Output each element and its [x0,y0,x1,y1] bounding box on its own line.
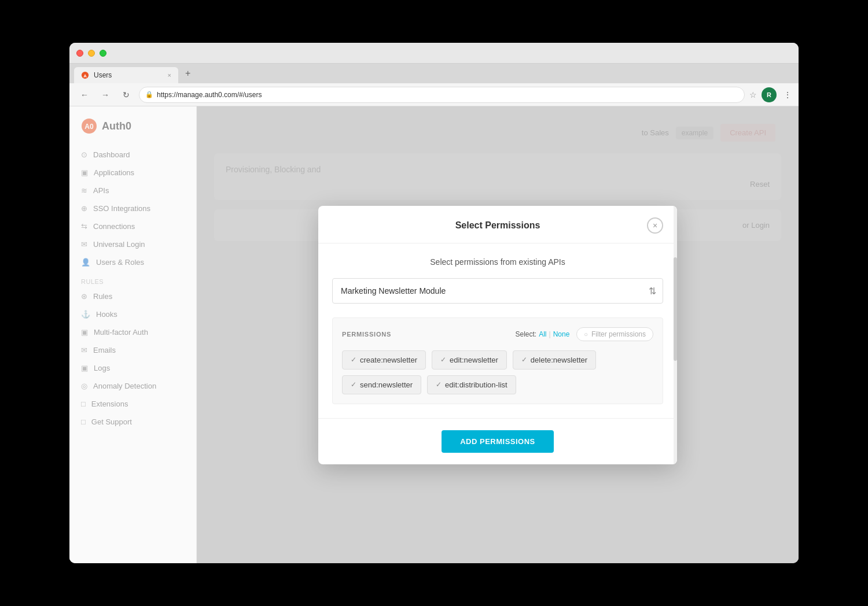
modal-header: Select Permissions × [318,206,677,243]
sidebar-label-apis: APIs [93,186,109,195]
sidebar-item-rules[interactable]: ⊛ Rules [69,287,196,305]
rules-icon: ⊛ [81,292,87,301]
modal-overlay: Select Permissions × Select permissions … [197,106,799,563]
users-roles-icon: 👤 [81,258,90,267]
sidebar-item-universal-login[interactable]: ✉ Universal Login [69,235,196,253]
bookmark-button[interactable]: ☆ [749,90,757,99]
select-none-link[interactable]: None [553,330,570,338]
browser-titlebar [69,43,799,64]
check-icon-create: ✓ [351,356,356,364]
sidebar: A0 Auth0 ⊙ Dashboard ▣ Applications ≋ AP… [69,106,197,563]
permission-chip-create-newsletter[interactable]: ✓ create:newsletter [342,350,426,369]
scrollbar-thumb [674,257,677,361]
sidebar-label-support: Get Support [91,417,132,426]
maximize-traffic-light[interactable] [100,50,106,57]
permission-chip-edit-newsletter[interactable]: ✓ edit:newsletter [432,350,507,369]
sidebar-item-support[interactable]: □ Get Support [69,413,196,431]
modal-title: Select Permissions [348,220,647,231]
dashboard-icon: ⊙ [81,150,87,159]
emails-icon: ✉ [81,346,87,354]
select-text: Select: [515,330,536,338]
sidebar-item-mfa[interactable]: ▣ Multi-factor Auth [69,323,196,341]
connections-icon: ⇆ [81,222,87,231]
check-icon-edit: ✓ [440,356,446,364]
new-tab-button[interactable]: + [181,65,195,82]
mfa-icon: ▣ [81,328,88,337]
permission-label-edit-distribution: edit:distribution-list [445,380,507,389]
permission-chip-delete-newsletter[interactable]: ✓ delete:newsletter [513,350,596,369]
modal-body: Select permissions from existing APIs Ma… [318,243,677,418]
sidebar-item-sso[interactable]: ⊕ SSO Integrations [69,199,196,217]
api-select[interactable]: Marketing Newsletter Module [332,278,663,304]
permission-label-create-newsletter: create:newsletter [360,356,417,364]
sidebar-label-rules: Rules [93,292,112,301]
browser-tab-users[interactable]: A Users × [74,67,178,83]
check-icon-send: ✓ [351,380,356,389]
minimize-traffic-light[interactable] [88,50,95,57]
main-content: to Sales example Create API Provisioning… [197,106,799,563]
sidebar-brand-name: Auth0 [102,120,131,132]
add-permissions-button[interactable]: ADD PERMISSIONS [442,430,554,453]
sidebar-item-emails[interactable]: ✉ Emails [69,341,196,359]
permissions-label: PERMISSIONS [342,331,515,338]
close-traffic-light[interactable] [76,50,83,57]
sidebar-item-connections[interactable]: ⇆ Connections [69,217,196,235]
permission-chip-edit-distribution[interactable]: ✓ edit:distribution-list [427,375,516,394]
browser-menu-button[interactable]: ⋮ [784,90,792,99]
auth0-favicon: A [81,71,89,79]
sidebar-item-dashboard[interactable]: ⊙ Dashboard [69,146,196,164]
sidebar-label-anomaly: Anomaly Detection [93,382,156,390]
svg-text:A0: A0 [84,123,94,131]
permissions-grid: ✓ create:newsletter ✓ edit:newsletter ✓ … [342,350,653,394]
sidebar-label-connections: Connections [93,222,135,231]
modal-subtitle: Select permissions from existing APIs [332,257,663,267]
extensions-icon: □ [81,400,86,408]
api-selector-wrapper: Marketing Newsletter Module ⇅ [332,278,663,304]
sidebar-item-apis[interactable]: ≋ APIs [69,182,196,199]
hooks-icon: ⚓ [81,310,90,319]
select-all-link[interactable]: All [539,330,546,338]
auth0-logo-icon: A0 [81,118,97,134]
anomaly-icon: ◎ [81,382,87,390]
sidebar-item-logs[interactable]: ▣ Logs [69,359,196,377]
filter-permissions-input[interactable]: ○ Filter permissions [576,327,653,341]
sidebar-item-anomaly[interactable]: ◎ Anomaly Detection [69,377,196,395]
svg-text:A: A [83,73,87,79]
browser-tab-bar: A Users × + [69,64,799,83]
profile-button[interactable]: R [762,87,777,102]
sidebar-item-users-roles[interactable]: 👤 Users & Roles [69,253,196,271]
sidebar-label-extensions: Extensions [91,400,128,408]
address-bar[interactable]: 🔒 https://manage.auth0.com/#/users [139,87,745,103]
tab-title: Users [94,71,112,79]
sidebar-label-universal-login: Universal Login [93,240,145,249]
sidebar-label-users-roles: Users & Roles [96,258,144,267]
url-text: https://manage.auth0.com/#/users [157,91,738,99]
permissions-header: PERMISSIONS Select: All | None ○ Filter … [342,327,653,341]
check-icon-distribution: ✓ [436,380,442,389]
select-permissions-modal: Select Permissions × Select permissions … [318,206,677,464]
sidebar-item-extensions[interactable]: □ Extensions [69,395,196,413]
sidebar-item-applications[interactable]: ▣ Applications [69,164,196,182]
sso-icon: ⊕ [81,204,87,213]
lock-icon: 🔒 [145,91,153,98]
tab-close-button[interactable]: × [168,72,171,79]
sidebar-logo: A0 Auth0 [69,118,196,146]
forward-button[interactable]: → [97,87,113,103]
modal-footer: ADD PERMISSIONS [318,418,677,464]
sidebar-label-sso: SSO Integrations [93,204,150,213]
filter-placeholder-text: Filter permissions [591,330,646,338]
modal-close-button[interactable]: × [647,217,663,234]
applications-icon: ▣ [81,168,88,177]
sidebar-label-emails: Emails [93,346,116,354]
sidebar-label-hooks: Hooks [96,310,117,319]
app-content: A0 Auth0 ⊙ Dashboard ▣ Applications ≋ AP… [69,106,799,563]
sidebar-item-hooks[interactable]: ⚓ Hooks [69,305,196,323]
modal-scrollbar[interactable] [674,206,677,464]
permission-chip-send-newsletter[interactable]: ✓ send:newsletter [342,375,421,394]
permission-label-delete-newsletter: delete:newsletter [531,356,587,364]
sidebar-label-logs: Logs [94,364,110,372]
back-button[interactable]: ← [76,87,93,103]
select-all-links: Select: All | None [515,330,569,338]
sidebar-section-rules: Rules [69,271,196,287]
refresh-button[interactable]: ↻ [118,87,134,103]
